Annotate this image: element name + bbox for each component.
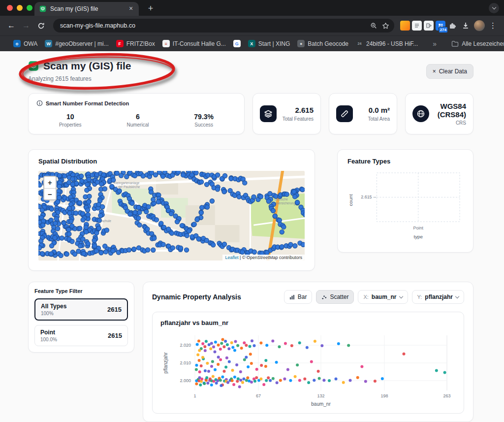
- extension-icon-blue[interactable]: 274: [436, 21, 445, 31]
- clear-data-label: Clear Data: [439, 68, 467, 75]
- osm-attribution[interactable]: | © OpenStreetMap contributors: [238, 255, 302, 260]
- scatter-panel: pflanzjahr vs baum_nr pflanzjahr 2.000 2…: [152, 312, 464, 414]
- leaflet-link[interactable]: Leaflet: [225, 255, 238, 260]
- downloads-button[interactable]: [459, 19, 472, 32]
- scatter-chart: pflanzjahr 2.000 2.010 2.020 1 67 132 19…: [160, 331, 456, 409]
- folder-icon: [451, 40, 459, 47]
- bar-label: Bar: [298, 293, 307, 300]
- xtick: 263: [443, 393, 450, 398]
- browser-menu-button[interactable]: ⋮: [487, 21, 499, 30]
- scatter-toggle-button[interactable]: Scatter: [316, 290, 354, 304]
- tab-close-icon[interactable]: ×: [127, 5, 135, 13]
- bookmark-favicon: X: [248, 40, 255, 47]
- svg-text:Kleingartenanlage: Kleingartenanlage: [114, 181, 139, 185]
- download-icon: [462, 22, 470, 30]
- total-features-value: 2.615: [283, 106, 314, 114]
- bookmark-favicon: G: [233, 40, 241, 47]
- scatter-chart-title: pflanzjahr vs baum_nr: [160, 319, 456, 326]
- ruler-icon: [336, 105, 353, 122]
- crs-label: CRS: [429, 120, 466, 126]
- stat-label: Properties: [59, 122, 82, 128]
- bookmark-star-icon[interactable]: [382, 22, 389, 30]
- stat-properties: 10 Properties: [59, 113, 82, 128]
- bookmark-favicon: ●: [297, 40, 305, 47]
- bookmark-favicon: F: [116, 40, 124, 47]
- clear-data-button[interactable]: × Clear Data: [426, 64, 473, 79]
- scatter-chart-icon: [321, 294, 327, 300]
- dynamic-title: Dynamic Property Analysis: [152, 293, 241, 301]
- chevron-down-icon: [399, 294, 403, 298]
- bar-toggle-button[interactable]: Bar: [284, 290, 313, 304]
- filter-option-all-types[interactable]: All Types 100% 2615: [34, 298, 128, 321]
- reload-button[interactable]: [34, 19, 47, 32]
- zoom-icon[interactable]: [370, 22, 377, 29]
- bookmark-favicon: o: [13, 40, 21, 47]
- map-canvas: ErholungKleingartenanlageAn der Paulskir…: [38, 171, 305, 260]
- bookmark-item[interactable]: W#geoObserver | mi...: [45, 40, 109, 47]
- filter-title: Feature Type Filter: [34, 288, 128, 294]
- bookmarks-overflow-button[interactable]: »: [433, 40, 437, 48]
- gis-file-icon: [28, 61, 39, 71]
- x-axis-select[interactable]: X: baum_nr: [358, 290, 408, 304]
- option-name: All Types: [41, 303, 66, 310]
- bookmark-item[interactable]: 2424bit96 - USB HiF...: [356, 40, 418, 47]
- red-ellipse-annotation: [12, 47, 185, 97]
- bookmark-favicon: 24: [356, 40, 363, 47]
- layers-icon: [260, 105, 277, 122]
- ytick: 2.010: [180, 360, 191, 365]
- bookmark-item[interactable]: ≡IT-Consult Halle G...: [162, 40, 226, 47]
- stat-success: 79.3% Success: [194, 113, 214, 128]
- url-text: scan-my-gis-file.maphub.co: [60, 22, 365, 29]
- bookmark-item[interactable]: G: [233, 40, 241, 47]
- x-prefix: X:: [363, 294, 368, 300]
- total-features-label: Total Features: [283, 116, 314, 122]
- bookmark-label: IT-Consult Halle G...: [173, 40, 226, 47]
- tab-search-button[interactable]: [489, 3, 499, 13]
- option-count: 2615: [107, 306, 122, 313]
- x-value: baum_nr: [372, 293, 397, 300]
- window-controls: [7, 5, 32, 11]
- spatial-distribution-card: Spatial Distribution: [28, 149, 315, 271]
- leaflet-map[interactable]: ErholungKleingartenanlageAn der Paulskir…: [38, 171, 305, 260]
- bookmark-item[interactable]: oOWA: [13, 40, 37, 47]
- all-bookmarks-folder[interactable]: Alle Lesezeichen: [451, 40, 504, 47]
- bookmarks-bar: oOWAW#geoObserver | mi...FFRITZ!Box≡IT-C…: [0, 35, 504, 51]
- zoom-out-button[interactable]: −: [44, 188, 56, 199]
- browser-toolbar: ← → scan-my-gis-file.maphub.co: [0, 16, 504, 35]
- close-window-button[interactable]: [7, 5, 13, 11]
- map-zoom-control: + −: [43, 176, 57, 200]
- feature-types-title: Feature Types: [347, 158, 463, 165]
- maximize-window-button[interactable]: [27, 5, 32, 11]
- y-axis-select[interactable]: Y: pflanzjahr: [412, 290, 464, 304]
- bookmark-label: Batch Geocode: [308, 40, 348, 47]
- chevron-down-icon: [455, 294, 459, 298]
- extension-icon-orange[interactable]: [400, 21, 410, 31]
- bookmark-item[interactable]: XStart | XING: [248, 40, 290, 47]
- page-header: Scan my (GIS) file Analyzing 2615 featur…: [28, 60, 473, 82]
- detection-title: Smart Number Format Detection: [46, 100, 129, 106]
- extension-icon-translate[interactable]: [424, 21, 434, 31]
- crs-card: WGS84 (CRS84) CRS: [405, 93, 473, 134]
- total-area-value: 0.0 m²: [368, 106, 390, 114]
- bar-chart-icon: [289, 294, 295, 300]
- tab-favicon-gis-icon: [39, 5, 46, 12]
- forward-button[interactable]: →: [20, 19, 32, 32]
- scatter-ylabel: pflanzjahr: [163, 352, 168, 374]
- bookmark-label: OWA: [24, 40, 37, 47]
- stat-numerical: 6 Numerical: [126, 113, 149, 128]
- profile-avatar[interactable]: [474, 20, 485, 31]
- bookmark-item[interactable]: FFRITZ!Box: [116, 40, 155, 47]
- back-button[interactable]: ←: [5, 19, 18, 32]
- extensions-puzzle-button[interactable]: [447, 21, 457, 31]
- browser-tab[interactable]: Scan my (GIS) file ×: [34, 2, 139, 16]
- extension-icon-document[interactable]: [412, 21, 422, 31]
- spatial-title: Spatial Distribution: [38, 158, 305, 165]
- y-value: pflanzjahr: [425, 293, 453, 300]
- address-bar[interactable]: scan-my-gis-file.maphub.co: [53, 19, 394, 32]
- zoom-in-button[interactable]: +: [44, 177, 56, 188]
- bookmark-item[interactable]: ●Batch Geocode: [297, 40, 348, 47]
- filter-option-point[interactable]: Point 100.0% 2615: [34, 325, 128, 346]
- new-tab-button[interactable]: +: [145, 3, 157, 14]
- minimize-window-button[interactable]: [17, 5, 23, 11]
- stat-value: 10: [59, 113, 82, 121]
